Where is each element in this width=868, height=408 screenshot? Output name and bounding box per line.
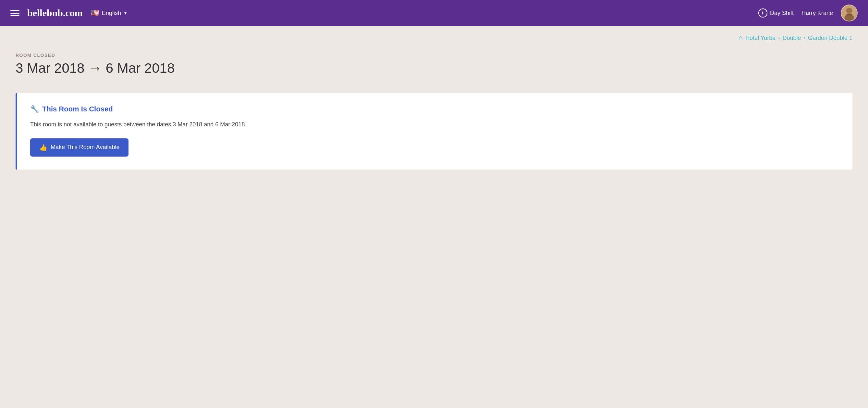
avatar[interactable] — [841, 4, 858, 22]
language-label: English — [102, 10, 121, 17]
home-icon: ⌂ — [739, 34, 743, 42]
flag-icon: 🇺🇸 — [91, 9, 99, 17]
site-title: bellebnb.com — [27, 7, 83, 19]
breadcrumb-hotel[interactable]: Hotel Yorba — [745, 35, 776, 41]
app-header: bellebnb.com 🇺🇸 English ▾ ☀ Day Shift Ha… — [0, 0, 868, 26]
divider — [16, 84, 852, 84]
breadcrumb-separator-2: › — [804, 35, 805, 41]
main-content: Room Closed 3 Mar 2018 → 6 Mar 2018 🔧 Th… — [0, 48, 868, 185]
card-title-text: This Room Is Closed — [42, 105, 113, 113]
make-available-button[interactable]: 👍 Make This Room Available — [30, 138, 128, 156]
room-status-label: Room Closed — [16, 53, 852, 58]
language-selector[interactable]: 🇺🇸 English ▾ — [91, 9, 127, 17]
shift-label: Day Shift — [770, 10, 794, 17]
room-closed-card: 🔧 This Room Is Closed This room is not a… — [16, 93, 852, 170]
room-date-range: 3 Mar 2018 → 6 Mar 2018 — [16, 60, 852, 76]
wrench-icon: 🔧 — [30, 105, 39, 113]
thumbs-up-icon: 👍 — [39, 144, 48, 151]
card-title: 🔧 This Room Is Closed — [30, 105, 839, 113]
shift-icon: ☀ — [758, 8, 767, 18]
shift-indicator: ☀ Day Shift — [758, 8, 794, 18]
breadcrumb-room[interactable]: Garden Double 1 — [808, 35, 852, 41]
breadcrumb-room-type[interactable]: Double — [783, 35, 801, 41]
breadcrumb: ⌂ Hotel Yorba › Double › Garden Double 1 — [0, 26, 868, 48]
user-name-label: Harry Krane — [802, 10, 833, 17]
chevron-down-icon: ▾ — [124, 10, 127, 16]
svg-rect-3 — [846, 13, 852, 16]
breadcrumb-separator-1: › — [778, 35, 780, 41]
svg-point-1 — [846, 7, 852, 13]
make-available-button-label: Make This Room Available — [51, 144, 119, 151]
header-right: ☀ Day Shift Harry Krane — [758, 4, 858, 22]
card-description: This room is not available to guests bet… — [30, 120, 839, 129]
hamburger-menu-button[interactable] — [10, 10, 20, 16]
header-left: bellebnb.com 🇺🇸 English ▾ — [10, 7, 758, 19]
